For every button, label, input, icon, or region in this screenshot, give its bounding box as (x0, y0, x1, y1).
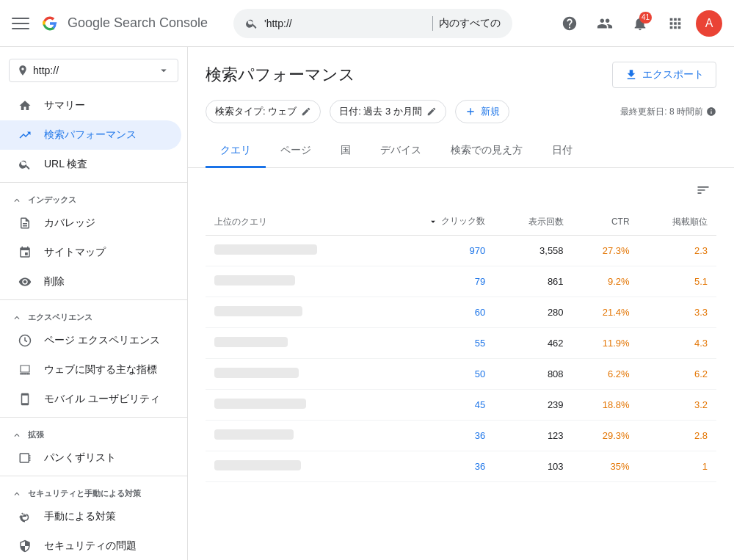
add-filter-icon (465, 106, 476, 117)
table-row[interactable]: 79 861 9.2% 5.1 (206, 266, 716, 297)
query-blurred (214, 244, 317, 255)
table-toolbar (206, 168, 716, 209)
table-header-row: 上位のクエリ クリック数 表示回数 CTR (206, 209, 716, 235)
sidebar-label-web-vitals: ウェブに関する主な指標 (44, 363, 157, 377)
impressions-cell: 808 (494, 358, 572, 389)
table-row[interactable]: 60 280 21.4% 3.3 (206, 297, 716, 327)
table-row[interactable]: 970 3,558 27.3% 2.3 (206, 235, 716, 266)
coverage-icon (18, 216, 32, 230)
menu-icon[interactable] (12, 15, 29, 32)
section-enhancements-label: 拡張 (28, 429, 44, 440)
impressions-cell: 280 (494, 297, 572, 327)
table-container: 上位のクエリ クリック数 表示回数 CTR (188, 168, 734, 482)
ctr-cell: 27.3% (573, 235, 639, 266)
google-logo-icon (38, 12, 62, 35)
query-blurred (214, 275, 295, 286)
impressions-cell: 3,558 (494, 235, 572, 266)
sidebar-item-manual-actions[interactable]: 手動による対策 (0, 502, 181, 531)
sidebar-item-security-issues[interactable]: セキュリティの問題 (0, 531, 181, 560)
export-button[interactable]: エクスポート (612, 62, 716, 88)
divider-3 (0, 417, 187, 418)
table-row[interactable]: 36 103 35% 1 (206, 451, 716, 481)
mobile-icon (18, 392, 32, 407)
query-cell (206, 420, 383, 451)
search-type-filter[interactable]: 検索タイプ: ウェブ (206, 100, 321, 123)
tab-queries[interactable]: クエリ (206, 135, 266, 168)
table-row[interactable]: 50 808 6.2% 6.2 (206, 358, 716, 389)
sidebar-item-summary[interactable]: サマリー (0, 91, 181, 120)
section-index-label: インデックス (28, 194, 76, 206)
sidebar-item-removals[interactable]: 削除 (0, 267, 181, 297)
query-blurred (214, 399, 306, 409)
table-filter-button[interactable] (690, 177, 716, 203)
col-header-impressions: 表示回数 (494, 209, 572, 235)
sidebar-item-breadcrumbs[interactable]: パンくずリスト (0, 443, 181, 473)
query-cell (206, 451, 383, 481)
sidebar-item-page-experience[interactable]: ページ エクスペリエンス (0, 326, 181, 355)
position-cell: 3.2 (639, 389, 716, 420)
sidebar-item-url-inspection[interactable]: URL 検査 (0, 150, 181, 179)
notification-count: 41 (639, 12, 652, 23)
position-cell: 2.3 (639, 235, 716, 266)
last-update-text: 最終更新日: 8 時間前 (620, 106, 703, 118)
sidebar-item-search-performance[interactable]: 検索パフォーマンス (0, 120, 181, 150)
edit-search-type-icon (301, 106, 311, 117)
date-range-filter[interactable]: 日付: 過去 3 か月間 (330, 100, 446, 123)
search-icon (245, 17, 258, 30)
clicks-cell: 55 (383, 327, 494, 358)
table-row[interactable]: 45 239 18.8% 3.2 (206, 389, 716, 420)
help-button[interactable] (555, 9, 584, 38)
tab-devices[interactable]: デバイス (366, 135, 436, 168)
query-cell (206, 266, 383, 297)
people-button[interactable] (590, 9, 619, 38)
impressions-cell: 103 (494, 451, 572, 481)
add-filter-button[interactable]: 新規 (455, 100, 509, 123)
sidebar-item-web-vitals[interactable]: ウェブに関する主な指標 (0, 355, 181, 385)
tab-dates[interactable]: 日付 (537, 135, 587, 168)
sidebar-label-manual-actions: 手動による対策 (44, 510, 116, 523)
clicks-cell: 36 (383, 451, 494, 481)
breadcrumb-icon (18, 451, 32, 465)
content-header: 検索パフォーマンス エクスポート (188, 47, 734, 100)
notification-button[interactable]: 41 (625, 9, 655, 38)
query-cell (206, 235, 383, 266)
chevron-down-icon (157, 64, 170, 77)
section-experience[interactable]: エクスペリエンス (0, 303, 187, 326)
impressions-cell: 462 (494, 327, 572, 358)
inspect-icon (18, 157, 32, 172)
search-input[interactable] (264, 18, 426, 29)
section-index[interactable]: インデックス (0, 186, 187, 208)
clicks-cell: 36 (383, 420, 494, 451)
table-row[interactable]: 36 123 29.3% 2.8 (206, 420, 716, 451)
apps-button[interactable] (661, 9, 690, 38)
sidebar-item-coverage[interactable]: カバレッジ (0, 208, 181, 238)
tab-countries[interactable]: 国 (326, 135, 366, 168)
sidebar-item-mobile-usability[interactable]: モバイル ユーザビリティ (0, 385, 181, 414)
tab-pages[interactable]: ページ (266, 135, 326, 168)
manual-actions-icon (18, 509, 32, 524)
url-text: http:// (33, 65, 153, 76)
clicks-cell: 79 (383, 266, 494, 297)
ctr-cell: 11.9% (573, 327, 639, 358)
url-selector[interactable]: http:// (9, 59, 178, 82)
home-icon (18, 98, 32, 113)
security-issues-icon (18, 539, 32, 553)
query-cell (206, 358, 383, 389)
table-row[interactable]: 55 462 11.9% 4.3 (206, 327, 716, 358)
search-bar[interactable]: 内のすべての (233, 9, 512, 38)
sidebar-label-security-issues: セキュリティの問題 (44, 539, 137, 553)
query-cell (206, 327, 383, 358)
section-enhancements[interactable]: 拡張 (0, 421, 187, 443)
tab-search-appearance[interactable]: 検索での見え方 (436, 135, 537, 168)
avatar[interactable]: A (696, 10, 722, 37)
col-header-query: 上位のクエリ (206, 209, 383, 235)
collapse-enh-icon (12, 430, 22, 440)
section-security[interactable]: セキュリティと手動による対策 (0, 479, 187, 502)
query-blurred (214, 429, 294, 440)
topbar-left: Google Search Console (12, 12, 225, 35)
sidebar-item-sitemaps[interactable]: サイトマップ (0, 238, 181, 267)
col-header-clicks[interactable]: クリック数 (383, 209, 494, 235)
content-area: 検索パフォーマンス エクスポート 検索タイプ: ウェブ 日付: 過去 3 か月間 (188, 47, 734, 560)
app-title: Google Search Console (68, 15, 208, 31)
queries-table: 上位のクエリ クリック数 表示回数 CTR (206, 209, 716, 482)
